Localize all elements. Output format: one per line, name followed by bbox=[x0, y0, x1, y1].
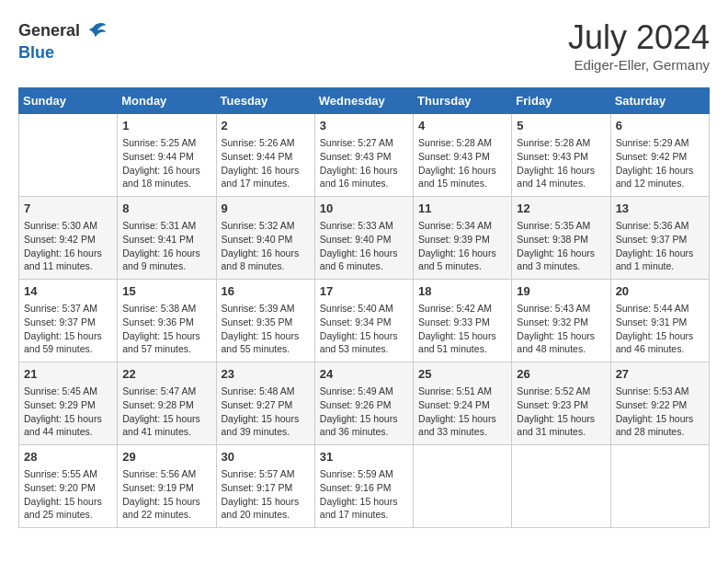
sunrise-text: Sunrise: 5:45 AM bbox=[24, 385, 112, 398]
sunset-text: Sunset: 9:43 PM bbox=[418, 150, 506, 164]
calendar-cell: 24Sunrise: 5:49 AMSunset: 9:26 PMDayligh… bbox=[314, 362, 413, 445]
location-title: Ediger-Eller, Germany bbox=[568, 57, 710, 73]
calendar-cell: 21Sunrise: 5:45 AMSunset: 9:29 PMDayligh… bbox=[19, 362, 118, 445]
day-number: 16 bbox=[222, 283, 310, 300]
sunset-text: Sunset: 9:43 PM bbox=[320, 150, 408, 164]
calendar-cell: 27Sunrise: 5:53 AMSunset: 9:22 PMDayligh… bbox=[610, 362, 709, 445]
daylight-text: Daylight: 15 hours and 33 minutes. bbox=[418, 412, 506, 439]
calendar-cell: 25Sunrise: 5:51 AMSunset: 9:24 PMDayligh… bbox=[414, 362, 512, 445]
sunset-text: Sunset: 9:22 PM bbox=[616, 398, 704, 412]
sunrise-text: Sunrise: 5:39 AM bbox=[222, 302, 310, 316]
daylight-text: Daylight: 15 hours and 28 minutes. bbox=[616, 412, 704, 439]
sunrise-text: Sunrise: 5:36 AM bbox=[616, 219, 704, 233]
day-number: 12 bbox=[517, 201, 605, 217]
day-number: 10 bbox=[320, 201, 408, 217]
col-header-wednesday: Wednesday bbox=[314, 88, 413, 114]
daylight-text: Daylight: 15 hours and 31 minutes. bbox=[517, 412, 605, 439]
calendar-cell: 17Sunrise: 5:40 AMSunset: 9:34 PMDayligh… bbox=[314, 280, 413, 362]
sunset-text: Sunset: 9:33 PM bbox=[418, 316, 506, 329]
daylight-text: Daylight: 15 hours and 48 minutes. bbox=[517, 329, 605, 356]
day-number: 30 bbox=[222, 449, 310, 465]
sunrise-text: Sunrise: 5:30 AM bbox=[24, 219, 112, 233]
daylight-text: Daylight: 16 hours and 14 minutes. bbox=[517, 164, 605, 190]
sunset-text: Sunset: 9:40 PM bbox=[222, 233, 310, 247]
sunrise-text: Sunrise: 5:44 AM bbox=[616, 302, 704, 316]
day-number: 11 bbox=[418, 201, 506, 217]
calendar-cell: 6Sunrise: 5:29 AMSunset: 9:42 PMDaylight… bbox=[610, 114, 709, 197]
sunset-text: Sunset: 9:20 PM bbox=[24, 481, 112, 495]
day-number: 19 bbox=[517, 283, 605, 300]
header-row: SundayMondayTuesdayWednesdayThursdayFrid… bbox=[19, 88, 710, 114]
col-header-sunday: Sunday bbox=[19, 88, 118, 114]
calendar-cell: 22Sunrise: 5:47 AMSunset: 9:28 PMDayligh… bbox=[118, 362, 216, 445]
daylight-text: Daylight: 15 hours and 51 minutes. bbox=[418, 329, 506, 356]
calendar-cell: 14Sunrise: 5:37 AMSunset: 9:37 PMDayligh… bbox=[19, 280, 118, 362]
sunrise-text: Sunrise: 5:59 AM bbox=[320, 467, 408, 481]
daylight-text: Daylight: 15 hours and 53 minutes. bbox=[320, 329, 408, 356]
col-header-tuesday: Tuesday bbox=[216, 88, 314, 114]
day-number: 15 bbox=[122, 283, 210, 300]
header: General Blue July 2024 Ediger-Eller, Ger… bbox=[18, 18, 710, 73]
sunrise-text: Sunrise: 5:25 AM bbox=[122, 136, 210, 150]
sunset-text: Sunset: 9:23 PM bbox=[517, 398, 605, 412]
sunrise-text: Sunrise: 5:28 AM bbox=[418, 136, 506, 150]
calendar-cell: 12Sunrise: 5:35 AMSunset: 9:38 PMDayligh… bbox=[512, 197, 610, 280]
calendar-cell: 9Sunrise: 5:32 AMSunset: 9:40 PMDaylight… bbox=[216, 197, 314, 280]
daylight-text: Daylight: 15 hours and 39 minutes. bbox=[222, 412, 310, 439]
sunrise-text: Sunrise: 5:38 AM bbox=[122, 302, 210, 316]
logo: General Blue bbox=[18, 18, 108, 63]
calendar-cell: 30Sunrise: 5:57 AMSunset: 9:17 PMDayligh… bbox=[216, 445, 314, 528]
sunset-text: Sunset: 9:42 PM bbox=[616, 150, 704, 164]
sunset-text: Sunset: 9:32 PM bbox=[517, 316, 605, 329]
calendar-cell: 23Sunrise: 5:48 AMSunset: 9:27 PMDayligh… bbox=[216, 362, 314, 445]
day-number: 20 bbox=[616, 283, 704, 300]
day-number: 6 bbox=[616, 118, 704, 134]
daylight-text: Daylight: 16 hours and 5 minutes. bbox=[418, 247, 506, 273]
calendar-table: SundayMondayTuesdayWednesdayThursdayFrid… bbox=[18, 87, 710, 528]
sunset-text: Sunset: 9:40 PM bbox=[320, 233, 408, 247]
day-number: 24 bbox=[320, 366, 408, 383]
day-number: 28 bbox=[24, 449, 112, 465]
sunrise-text: Sunrise: 5:42 AM bbox=[418, 302, 506, 316]
sunrise-text: Sunrise: 5:47 AM bbox=[122, 385, 210, 398]
sunset-text: Sunset: 9:27 PM bbox=[222, 398, 310, 412]
sunrise-text: Sunrise: 5:31 AM bbox=[122, 219, 210, 233]
day-number: 14 bbox=[24, 283, 112, 300]
sunset-text: Sunset: 9:29 PM bbox=[24, 398, 112, 412]
col-header-friday: Friday bbox=[512, 88, 610, 114]
sunset-text: Sunset: 9:19 PM bbox=[122, 481, 210, 495]
day-number: 4 bbox=[418, 118, 506, 134]
day-number: 5 bbox=[517, 118, 605, 134]
day-number: 29 bbox=[122, 449, 210, 465]
col-header-monday: Monday bbox=[118, 88, 216, 114]
sunset-text: Sunset: 9:17 PM bbox=[222, 481, 310, 495]
day-number: 1 bbox=[122, 118, 210, 134]
daylight-text: Daylight: 16 hours and 18 minutes. bbox=[122, 164, 210, 190]
sunrise-text: Sunrise: 5:29 AM bbox=[616, 136, 704, 150]
calendar-cell: 31Sunrise: 5:59 AMSunset: 9:16 PMDayligh… bbox=[314, 445, 413, 528]
day-number: 31 bbox=[320, 449, 408, 465]
sunrise-text: Sunrise: 5:52 AM bbox=[517, 385, 605, 398]
day-number: 27 bbox=[616, 366, 704, 383]
sunrise-text: Sunrise: 5:56 AM bbox=[122, 467, 210, 481]
calendar-cell: 16Sunrise: 5:39 AMSunset: 9:35 PMDayligh… bbox=[216, 280, 314, 362]
calendar-cell bbox=[19, 114, 118, 197]
sunset-text: Sunset: 9:44 PM bbox=[122, 150, 210, 164]
day-number: 2 bbox=[222, 118, 310, 134]
calendar-cell: 26Sunrise: 5:52 AMSunset: 9:23 PMDayligh… bbox=[512, 362, 610, 445]
calendar-cell: 4Sunrise: 5:28 AMSunset: 9:43 PMDaylight… bbox=[414, 114, 512, 197]
calendar-cell: 15Sunrise: 5:38 AMSunset: 9:36 PMDayligh… bbox=[118, 280, 216, 362]
calendar-cell: 1Sunrise: 5:25 AMSunset: 9:44 PMDaylight… bbox=[118, 114, 216, 197]
sunrise-text: Sunrise: 5:28 AM bbox=[517, 136, 605, 150]
sunset-text: Sunset: 9:24 PM bbox=[418, 398, 506, 412]
daylight-text: Daylight: 15 hours and 59 minutes. bbox=[24, 329, 112, 356]
calendar-cell: 7Sunrise: 5:30 AMSunset: 9:42 PMDaylight… bbox=[19, 197, 118, 280]
calendar-cell: 20Sunrise: 5:44 AMSunset: 9:31 PMDayligh… bbox=[610, 280, 709, 362]
sunset-text: Sunset: 9:16 PM bbox=[320, 481, 408, 495]
daylight-text: Daylight: 15 hours and 44 minutes. bbox=[24, 412, 112, 439]
sunrise-text: Sunrise: 5:33 AM bbox=[320, 219, 408, 233]
sunset-text: Sunset: 9:42 PM bbox=[24, 233, 112, 247]
logo-bird-icon bbox=[82, 18, 108, 44]
sunrise-text: Sunrise: 5:53 AM bbox=[616, 385, 704, 398]
calendar-cell: 10Sunrise: 5:33 AMSunset: 9:40 PMDayligh… bbox=[314, 197, 413, 280]
